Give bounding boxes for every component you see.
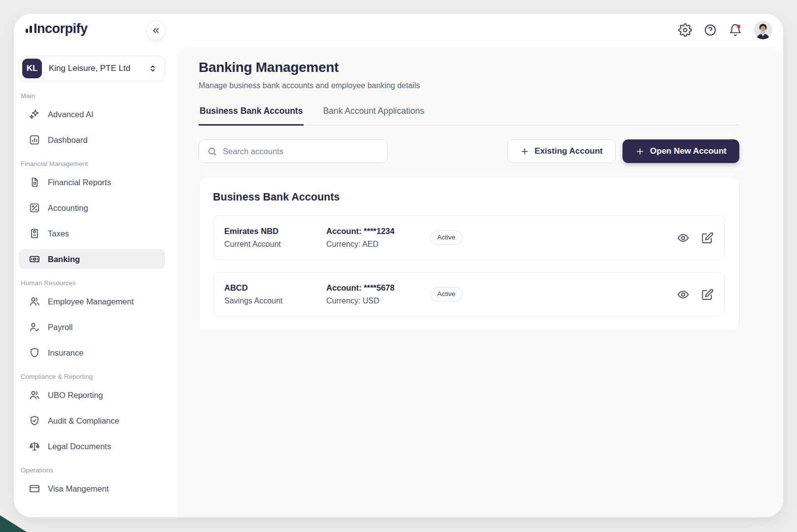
accounts-card-title: Business Bank Accounts [213, 191, 725, 203]
existing-account-button[interactable]: Existing Account [507, 139, 616, 163]
row-actions [677, 288, 714, 301]
sidebar-item-legal-documents[interactable]: Legal Documents [19, 436, 165, 456]
bell-icon [728, 23, 742, 37]
shield-icon [29, 347, 40, 359]
users-icon [29, 296, 40, 307]
account-row: ABCD Savings Account Account: ****5678 C… [213, 272, 725, 317]
sidebar-item-label: Banking [48, 255, 80, 264]
accounts-toolbar: Existing Account Open New Account [199, 139, 739, 163]
help-button[interactable] [703, 23, 717, 37]
edit-icon [701, 232, 714, 244]
receipt-icon [29, 228, 40, 239]
sidebar-item-label: Audit & Compliance [48, 416, 119, 426]
sidebar-item-banking[interactable]: Banking [19, 249, 165, 269]
sidebar-item-label: UBO Reporting [48, 391, 103, 400]
nav-section-hr: Human Resources Employee Management [19, 279, 168, 363]
view-account-button[interactable] [677, 288, 690, 301]
background-accent [0, 515, 27, 532]
open-new-account-label: Open New Account [650, 146, 727, 156]
account-currency: Currency: USD [326, 297, 430, 305]
sidebar-item-label: Employee Management [48, 297, 134, 306]
tab-business-bank-accounts[interactable]: Business Bank Accounts [199, 106, 304, 126]
tabs: Business Bank Accounts Bank Account Appl… [199, 106, 739, 126]
account-number: Account: ****1234 [326, 227, 430, 236]
sidebar-item-accounting[interactable]: Accounting [19, 198, 165, 218]
open-new-account-button[interactable]: Open New Account [623, 139, 739, 163]
sidebar-item-dashboard[interactable]: Dashboard [19, 130, 165, 150]
existing-account-label: Existing Account [535, 146, 603, 156]
section-label: Compliance & Reporting [21, 373, 168, 380]
account-row: Emirates NBD Current Account Account: **… [213, 215, 725, 260]
sidebar-item-taxes[interactable]: Taxes [19, 224, 165, 243]
page-subtitle: Manage business bank accounts and employ… [199, 81, 739, 90]
business-bank-accounts-card: Business Bank Accounts Emirates NBD Curr… [199, 177, 739, 331]
user-check-icon [29, 321, 40, 333]
avatar[interactable] [754, 21, 772, 39]
edit-account-button[interactable] [701, 288, 714, 301]
row-actions [677, 232, 714, 244]
search-accounts-box[interactable] [199, 139, 387, 163]
company-initials-badge: KL [22, 59, 42, 78]
sidebar: KL King Leisure, PTE Ltd Main Advanced A… [14, 47, 176, 517]
company-selector[interactable]: KL King Leisure, PTE Ltd [19, 56, 165, 81]
account-detail-column: Account: ****5678 Currency: USD [326, 283, 430, 305]
nav-section-main: Main Advanced AI Dashboard [19, 92, 168, 150]
bank-name: Emirates NBD [224, 227, 326, 236]
sidebar-item-label: Advanced AI [48, 110, 94, 119]
edit-account-button[interactable] [701, 232, 714, 244]
gear-icon [678, 23, 692, 37]
page-title: Banking Management [199, 60, 739, 75]
shield-check-icon [29, 415, 40, 427]
sidebar-item-ubo-reporting[interactable]: UBO Reporting [19, 385, 165, 405]
sidebar-item-insurance[interactable]: Insurance [19, 343, 165, 363]
sidebar-item-audit-compliance[interactable]: Audit & Compliance [19, 411, 165, 431]
tab-bank-account-applications[interactable]: Bank Account Applications [322, 106, 425, 126]
account-type: Current Account [224, 240, 326, 249]
document-icon [29, 176, 40, 188]
search-input[interactable] [223, 140, 379, 163]
notifications-button[interactable] [728, 23, 742, 37]
brand-logo: Incorpify [26, 22, 88, 35]
account-detail-column: Account: ****1234 Currency: AED [326, 227, 430, 249]
sidebar-item-visa-management[interactable]: Visa Mangement [19, 479, 165, 499]
sidebar-item-label: Financial Reports [48, 178, 111, 187]
sidebar-item-advanced-ai[interactable]: Advanced AI [19, 104, 165, 124]
sidebar-item-financial-reports[interactable]: Financial Reports [19, 172, 165, 192]
sidebar-item-employee-management[interactable]: Employee Management [19, 292, 165, 311]
sparkles-icon [29, 108, 40, 120]
view-account-button[interactable] [677, 232, 690, 244]
section-label: Operations [21, 466, 168, 474]
plus-icon [635, 147, 645, 156]
sidebar-item-label: Accounting [48, 203, 88, 213]
section-label: Financial Management [21, 160, 168, 167]
bank-column: Emirates NBD Current Account [224, 227, 326, 249]
sidebar-item-payroll[interactable]: Payroll [19, 317, 165, 337]
account-type: Savings Account [224, 297, 326, 305]
avatar-image [754, 21, 772, 39]
nav-section-compliance: Compliance & Reporting UBO Reporting [19, 373, 168, 456]
scale-icon [29, 440, 40, 452]
topbar: Incorpify [14, 14, 783, 47]
company-name: King Leisure, PTE Ltd [49, 64, 141, 73]
edit-icon [701, 288, 714, 301]
calculator-icon [29, 202, 40, 214]
help-icon [703, 23, 717, 37]
nav-section-financial: Financial Management Financial Reports [19, 160, 168, 269]
section-label: Main [21, 92, 168, 100]
toolbar-buttons: Existing Account Open New Account [507, 139, 739, 163]
main-content: Banking Management Manage business bank … [176, 47, 783, 517]
status-badge: Active [430, 287, 463, 301]
section-label: Human Resources [21, 279, 168, 287]
plus-icon [520, 147, 529, 156]
settings-button[interactable] [678, 23, 692, 37]
sidebar-item-label: Taxes [48, 229, 69, 238]
nav-section-operations: Operations Visa Mangement [19, 466, 168, 499]
chevrons-left-icon [151, 26, 161, 35]
dashboard-icon [29, 134, 40, 146]
users-icon [29, 389, 40, 401]
status-badge: Active [430, 231, 463, 244]
topbar-actions [678, 21, 772, 39]
sidebar-collapse-button[interactable] [147, 22, 165, 39]
card-icon [29, 483, 40, 495]
account-number: Account: ****5678 [326, 283, 430, 293]
